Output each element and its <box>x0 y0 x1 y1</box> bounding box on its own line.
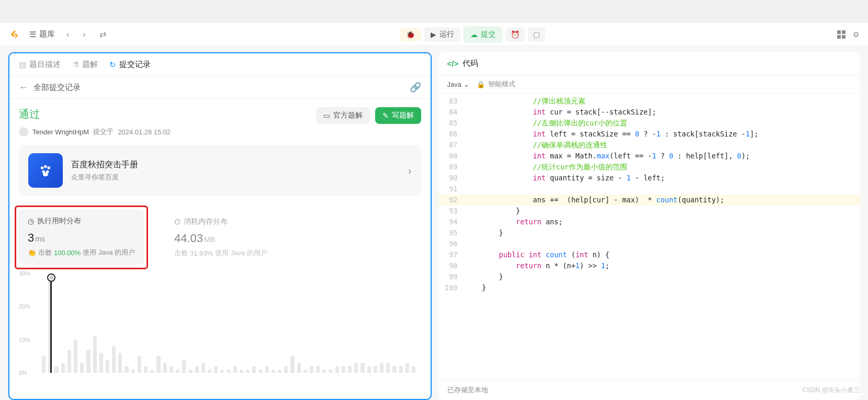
code-text: //弹出栈顶元素 <box>465 96 860 107</box>
official-solution-button[interactable]: ▭ 官方题解 <box>316 107 370 124</box>
write-solution-button[interactable]: ✎ 写题解 <box>375 107 421 124</box>
tab-solution-label: 题解 <box>82 60 98 70</box>
chart-bar <box>399 366 403 373</box>
chart-bar <box>106 360 109 373</box>
chart-bar <box>233 366 237 373</box>
chart-bar <box>61 363 65 373</box>
chart-bar <box>67 350 71 373</box>
chart-bar <box>220 370 224 373</box>
svg-point-5 <box>43 173 48 177</box>
chart-bars <box>42 273 416 373</box>
code-line: 98 return n * (n+1) >> 1; <box>439 260 860 271</box>
line-number: 86 <box>439 129 465 140</box>
clock-icon: ◷ <box>28 217 34 225</box>
code-line: 93 } <box>439 205 860 216</box>
runtime-card[interactable]: ◷ 执行用时分布 3ms 👏 击败 100.00% 使用 Java 的用户 <box>18 209 144 265</box>
timer-button[interactable]: ⏰ <box>505 27 525 42</box>
language-selector[interactable]: Java ⌄ <box>447 81 469 88</box>
beat-suffix: 使用 Java 的用户 <box>83 248 135 257</box>
chevron-down-icon: ⌄ <box>464 81 469 88</box>
chart-bar <box>188 370 192 373</box>
svg-point-1 <box>44 165 47 168</box>
link-icon[interactable]: 🔗 <box>410 82 421 93</box>
line-number: 97 <box>439 249 465 260</box>
code-text: return n * (n+1) >> 1; <box>465 260 860 271</box>
chart-ytick: 20% <box>19 303 30 310</box>
code-line: 92 ans += (help[cur] - max) * count(quan… <box>439 195 860 205</box>
memory-card[interactable]: ⌬ 消耗内存分布 44.03MB 击败 31.93% 使用 Java 的用户 <box>165 210 421 265</box>
chart-bar <box>240 370 243 373</box>
code-line: 85 //左侧比弹出的cur小的位置 <box>439 118 860 129</box>
line-number: 83 <box>439 96 465 107</box>
chart-bar <box>125 366 128 373</box>
chart-bar <box>322 370 326 373</box>
chart-bar <box>201 363 205 373</box>
chart-bar <box>310 366 313 373</box>
shuffle-icon[interactable]: ⇄ <box>97 29 108 39</box>
code-text: //左侧比弹出的cur小的位置 <box>465 118 860 129</box>
history-icon: ↻ <box>109 60 116 70</box>
tab-description-label: 题目描述 <box>29 60 61 70</box>
avatar <box>19 127 28 136</box>
code-footer: 已存储至本地 <box>439 380 860 400</box>
chart-bar <box>360 363 364 373</box>
chart-bar <box>54 366 58 373</box>
author-name: Tender WrightHpM <box>32 128 89 136</box>
chart-bar <box>412 366 415 373</box>
line-number: 93 <box>439 205 465 216</box>
prev-problem-icon[interactable]: ‹ <box>64 30 71 39</box>
chart-bar <box>290 356 294 373</box>
lock-icon: 🔒 <box>477 81 485 88</box>
chart-bar <box>392 366 396 373</box>
code-line: 83 //弹出栈顶元素 <box>439 96 860 107</box>
settings-icon[interactable]: ⚙ <box>853 30 860 39</box>
all-submissions-label: 全部提交记录 <box>33 83 81 93</box>
code-line: 91 <box>439 184 860 195</box>
library-button[interactable]: ☰ 题库 <box>29 29 55 39</box>
line-number: 84 <box>439 107 465 118</box>
chart-marker-dot <box>47 273 55 282</box>
layout-grid-icon[interactable] <box>837 30 846 39</box>
write-label: 写题解 <box>392 111 414 120</box>
code-line: 95 } <box>439 227 860 238</box>
leetcode-logo-icon[interactable] <box>8 29 20 40</box>
code-text: ans += (help[cur] - max) * count(quantit… <box>465 195 860 205</box>
svg-point-2 <box>48 166 51 169</box>
chart-bar <box>80 363 84 373</box>
submitted-time: 2024.01.28 15:02 <box>118 128 171 136</box>
code-text <box>465 238 860 249</box>
chart-bar <box>284 366 288 373</box>
chart-bar <box>380 363 384 373</box>
code-line: 87 //确保单调栈的连通性 <box>439 140 860 151</box>
code-text: int quantity = size - 1 - left; <box>465 173 860 184</box>
note-button[interactable]: ▢ <box>528 27 545 42</box>
bug-icon: 🐞 <box>406 30 415 39</box>
back-arrow-icon[interactable]: ← <box>19 82 28 93</box>
code-line: 100 } <box>439 282 860 293</box>
chart-ytick: 30% <box>19 270 30 277</box>
submit-button[interactable]: ☁ 提交 <box>464 27 502 42</box>
chart-bar <box>246 370 250 373</box>
debug-button[interactable]: 🐞 <box>400 28 421 41</box>
chart-bar <box>297 363 301 373</box>
tab-solution[interactable]: ⚗ 题解 <box>72 60 98 70</box>
code-text: } <box>465 205 860 216</box>
book-icon: ▭ <box>323 111 330 120</box>
mem-beat-suffix: 使用 Java 的用户 <box>215 248 267 258</box>
promo-card[interactable]: 百度秋招突击手册 众里寻你签百度 › <box>19 145 421 196</box>
code-editor[interactable]: 83 //弹出栈顶元素84 int cur = stack[--stackSiz… <box>439 94 860 380</box>
tab-submissions[interactable]: ↻ 提交记录 <box>109 60 151 70</box>
next-problem-icon[interactable]: › <box>81 30 87 39</box>
chart-bar <box>144 366 148 373</box>
ai-mode-toggle[interactable]: 🔒 智能模式 <box>477 79 515 89</box>
chart-bar <box>176 370 179 373</box>
run-button[interactable]: ▶ 运行 <box>424 27 460 42</box>
tab-description[interactable]: ▤ 题目描述 <box>19 60 61 70</box>
code-line: 86 int left = stackSize == 0 ? -1 : stac… <box>439 129 860 140</box>
chart-bar <box>112 346 116 373</box>
language-label: Java <box>447 81 461 88</box>
submitted-prefix: 提交于 <box>93 127 114 136</box>
memory-label: 消耗内存分布 <box>184 217 228 226</box>
note-icon: ▢ <box>533 30 540 39</box>
chart-bar <box>227 370 230 373</box>
